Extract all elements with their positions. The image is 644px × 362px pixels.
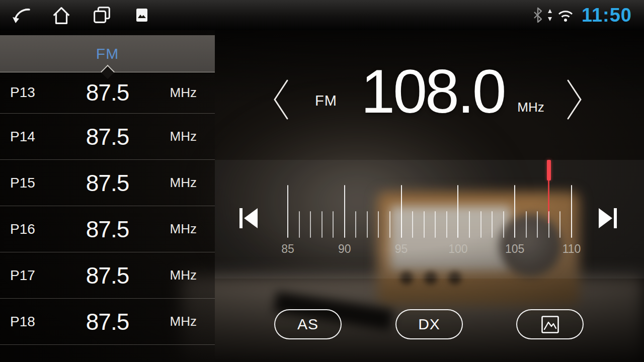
picture-icon — [541, 315, 559, 334]
preset-unit: MHz — [162, 221, 215, 237]
preset-unit: MHz — [162, 85, 215, 101]
preset-id: P14 — [0, 129, 53, 145]
scale-major-tick — [287, 185, 288, 238]
preset-unit: MHz — [162, 129, 215, 144]
preset-unit: MHz — [162, 267, 215, 283]
wifi-icon — [556, 8, 575, 22]
scale-minor-tick — [367, 211, 368, 238]
scale-major-tick — [571, 185, 572, 238]
seek-next-button[interactable] — [595, 204, 621, 232]
preset-id: P18 — [0, 314, 53, 330]
scale-minor-tick — [446, 211, 447, 238]
preset-frequency: 87.5 — [53, 169, 162, 197]
home-icon — [50, 4, 72, 26]
scale-minor-tick — [503, 211, 504, 238]
scale-tick-label: 90 — [327, 242, 362, 256]
recents-icon — [91, 4, 113, 26]
preset-row-p17[interactable]: P17 87.5 MHz — [0, 252, 215, 299]
wallpaper-button[interactable] — [516, 309, 584, 339]
preset-row-p16[interactable]: P16 87.5 MHz — [0, 206, 215, 252]
scale-minor-tick — [389, 211, 390, 238]
scale-major-tick — [457, 185, 458, 238]
home-button[interactable] — [50, 4, 72, 26]
scale-minor-tick — [424, 211, 425, 238]
chevron-left-icon — [271, 78, 290, 121]
scale-tick-label: 85 — [270, 242, 305, 256]
preset-id: P16 — [0, 221, 53, 237]
scale-minor-tick — [435, 211, 436, 238]
network-activity-icon — [547, 9, 552, 22]
screenshot-button[interactable] — [131, 4, 153, 26]
preset-id: P17 — [0, 267, 53, 284]
scale-minor-tick — [469, 211, 470, 238]
scale-major-tick — [401, 185, 402, 238]
dx-mode-button[interactable]: DX — [395, 309, 463, 339]
scale-minor-tick — [321, 211, 323, 238]
scale-minor-tick — [299, 211, 300, 238]
recent-apps-button[interactable] — [91, 4, 113, 26]
tune-up-button[interactable] — [565, 77, 585, 122]
preset-row-p13[interactable]: P13 87.5 MHz — [0, 72, 215, 114]
scale-major-tick — [514, 185, 515, 238]
preset-unit: MHz — [162, 314, 215, 329]
preset-frequency: 87.5 — [53, 216, 162, 243]
preset-list-panel: FM P13 87.5 MHz P14 87.5 MHz P15 87.5 MH… — [0, 30, 215, 362]
scale-minor-tick — [412, 211, 413, 238]
current-frequency: 108.0 — [352, 63, 513, 120]
current-band-label: FM — [301, 93, 351, 109]
scale-minor-tick — [333, 211, 334, 238]
auto-store-button[interactable]: AS — [274, 309, 342, 339]
scale-tick-label: 110 — [554, 242, 589, 256]
fm-radio-app: 11:50 FM P13 87.5 MHz P14 87.5 MHz P15 8… — [0, 0, 644, 362]
scale-minor-tick — [537, 211, 538, 238]
back-button[interactable] — [10, 4, 32, 26]
scale-minor-tick — [480, 211, 481, 238]
back-icon — [10, 4, 32, 26]
scale-tick-label: 105 — [497, 242, 532, 256]
bluetooth-icon — [532, 7, 543, 23]
preset-id: P15 — [0, 175, 53, 191]
frequency-unit: MHz — [509, 100, 552, 115]
clock: 11:50 — [582, 5, 632, 26]
band-tab-label: FM — [96, 45, 119, 62]
seek-previous-button[interactable] — [235, 204, 262, 232]
skip-previous-icon — [238, 207, 259, 229]
scale-minor-tick — [310, 211, 311, 238]
preset-row-p14[interactable]: P14 87.5 MHz — [0, 114, 215, 160]
preset-row-p18[interactable]: P18 87.5 MHz — [0, 299, 215, 345]
preset-frequency: 87.5 — [53, 123, 162, 150]
skip-next-icon — [597, 207, 618, 229]
preset-frequency: 87.5 — [53, 262, 162, 289]
preset-list: P13 87.5 MHz P14 87.5 MHz P15 87.5 MHz P… — [0, 72, 215, 345]
scale-minor-tick — [559, 211, 560, 238]
preset-id: P13 — [0, 84, 53, 101]
scale-tick-label: 100 — [440, 242, 475, 256]
tune-down-button[interactable] — [271, 77, 291, 122]
scale-major-tick — [344, 185, 345, 238]
chevron-right-icon — [565, 78, 584, 121]
scale-tick-label: 95 — [384, 242, 419, 256]
scale-minor-tick — [548, 211, 549, 238]
preset-frequency: 87.5 — [53, 308, 162, 335]
preset-row-p15[interactable]: P15 87.5 MHz — [0, 160, 215, 206]
dx-button-label: DX — [418, 316, 440, 333]
scale-minor-tick — [526, 211, 527, 238]
scale-minor-tick — [492, 211, 493, 238]
scale-minor-tick — [378, 211, 379, 238]
preset-unit: MHz — [162, 175, 215, 191]
frequency-scale[interactable]: 859095100105110 — [215, 156, 644, 261]
band-tab-fm[interactable]: FM — [0, 35, 215, 72]
scale-minor-tick — [355, 211, 356, 238]
as-button-label: AS — [297, 316, 318, 333]
preset-frequency: 87.5 — [53, 79, 162, 106]
tuning-needle — [547, 160, 551, 180]
status-bar: 11:50 — [0, 0, 644, 30]
screenshot-icon — [136, 8, 148, 22]
